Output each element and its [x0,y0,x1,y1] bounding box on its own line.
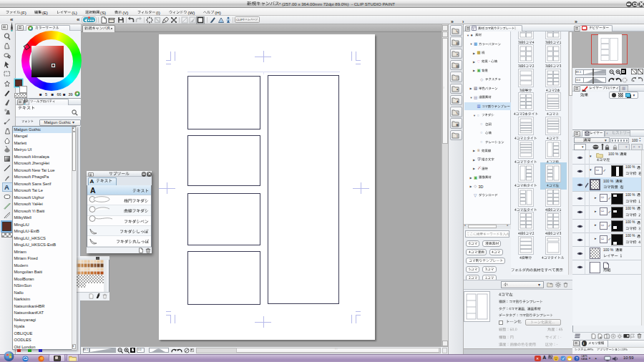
svg-text:?: ? [575,356,577,361]
